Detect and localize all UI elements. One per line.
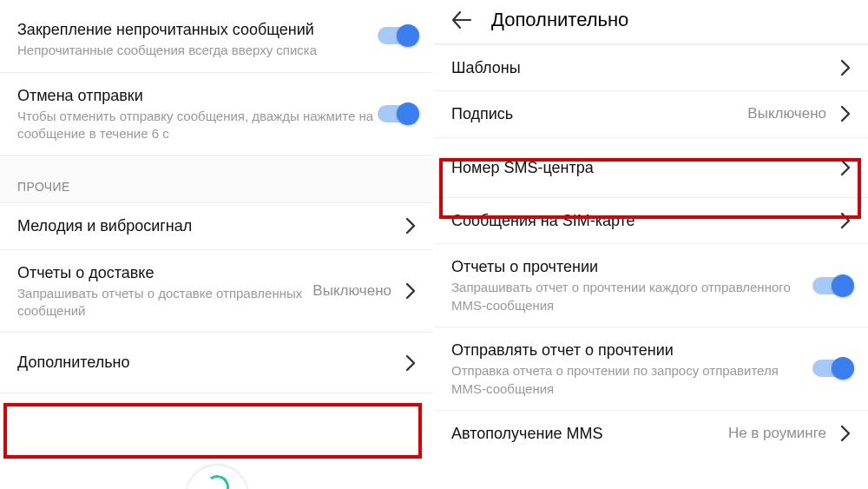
pin-unread-title: Закрепление непрочитанных сообщений bbox=[17, 19, 314, 40]
row-delivery-reports[interactable]: Отчеты о доставке Запрашивать отчеты о д… bbox=[0, 249, 433, 333]
autoget-value: Не в роуминге bbox=[728, 425, 826, 442]
row-signature[interactable]: Подпись Выключено bbox=[434, 90, 868, 136]
settings-panel-right: Дополнительно Шаблоны Подпись Выключено … bbox=[434, 0, 868, 489]
pin-unread-toggle[interactable] bbox=[378, 27, 418, 44]
autoget-title: Автополучение MMS bbox=[451, 423, 602, 444]
signature-value: Выключено bbox=[747, 105, 826, 122]
delivery-reports-title: Отчеты о доставке bbox=[17, 262, 312, 283]
row-pin-unread[interactable]: Закрепление непрочитанных сообщений Непр… bbox=[0, 0, 433, 72]
row-sms-center[interactable]: Номер SMS-центра bbox=[434, 137, 868, 197]
sms-center-title: Номер SMS-центра bbox=[451, 157, 594, 178]
chevron-right-icon bbox=[405, 282, 416, 300]
row-sim-messages[interactable]: Сообщения на SIM-карте bbox=[434, 197, 868, 243]
row-melody-vibration[interactable]: Мелодия и вибросигнал bbox=[0, 202, 433, 248]
header: Дополнительно bbox=[434, 0, 868, 43]
delivery-reports-value: Выключено bbox=[312, 282, 391, 300]
additional-title: Дополнительно bbox=[17, 352, 130, 373]
highlight-additional bbox=[3, 403, 422, 459]
chevron-right-icon bbox=[840, 159, 851, 176]
row-templates[interactable]: Шаблоны bbox=[434, 44, 868, 90]
chevron-right-icon bbox=[405, 354, 416, 372]
read-reports-title: Отчеты о прочтении bbox=[451, 256, 598, 277]
delivery-reports-subtitle: Запрашивать отчеты о доставке отправленн… bbox=[17, 285, 312, 320]
signature-title: Подпись bbox=[451, 103, 513, 124]
back-arrow-icon[interactable] bbox=[450, 9, 472, 31]
pin-unread-subtitle: Непрочитанные сообщения всегда вверху сп… bbox=[17, 42, 317, 59]
row-read-reports[interactable]: Отчеты о прочтении Запрашивать отчет о п… bbox=[434, 243, 868, 327]
chevron-right-icon bbox=[840, 59, 851, 76]
cancel-send-subtitle: Чтобы отменить отправку сообщения, дважд… bbox=[17, 108, 381, 143]
cancel-send-toggle[interactable] bbox=[378, 105, 418, 122]
page-title: Дополнительно bbox=[491, 9, 628, 31]
send-read-toggle[interactable] bbox=[812, 360, 852, 377]
settings-panel-left: Закрепление непрочитанных сообщений Непр… bbox=[0, 0, 434, 489]
send-read-title: Отправлять отчет о прочтении bbox=[451, 340, 674, 360]
row-autoget-mms[interactable]: Автополучение MMS Не в роуминге bbox=[434, 410, 868, 456]
chevron-right-icon bbox=[840, 425, 851, 442]
sim-messages-title: Сообщения на SIM-карте bbox=[451, 210, 635, 231]
read-reports-toggle[interactable] bbox=[812, 277, 852, 294]
row-send-read-report[interactable]: Отправлять отчет о прочтении Отправка от… bbox=[434, 327, 868, 410]
chevron-right-icon bbox=[405, 217, 416, 235]
refresh-spinner-icon bbox=[187, 466, 247, 489]
chevron-right-icon bbox=[840, 212, 851, 229]
chevron-right-icon bbox=[840, 105, 851, 122]
row-additional[interactable]: Дополнительно bbox=[0, 332, 433, 392]
templates-title: Шаблоны bbox=[451, 57, 521, 78]
section-other: ПРОЧИЕ bbox=[0, 155, 433, 202]
row-cancel-send[interactable]: Отмена отправки Чтобы отменить отправку … bbox=[0, 72, 433, 155]
read-reports-subtitle: Запрашивать отчет о прочтении каждого от… bbox=[451, 279, 802, 314]
melody-title: Мелодия и вибросигнал bbox=[17, 215, 192, 236]
cancel-send-title: Отмена отправки bbox=[17, 85, 143, 106]
send-read-subtitle: Отправка отчета о прочтении по запросу о… bbox=[451, 362, 802, 398]
